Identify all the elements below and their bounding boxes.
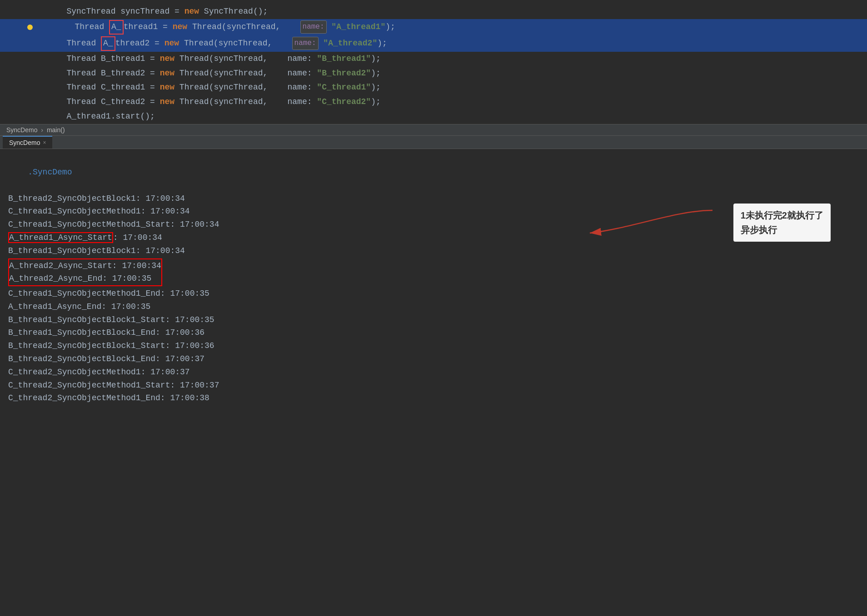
output-line-11: B_thread1_SyncObjectBlock1_End: 17:00:36	[8, 326, 859, 339]
code-text: Thread	[35, 21, 109, 34]
code-text	[319, 37, 324, 50]
keyword-new-5: new	[160, 67, 174, 80]
code-text: );	[371, 81, 381, 94]
code-text: Thread(syncThread, name:	[174, 81, 317, 94]
output-line-15: C_thread2_SyncObjectMethod1_Start: 17:00…	[8, 379, 859, 392]
code-text: );	[371, 96, 381, 109]
code-text: SyncThread syncThread =	[27, 5, 184, 18]
code-line-6: Thread C_thread1 = new Thread(syncThread…	[0, 80, 867, 95]
code-line-5: Thread B_thread2 = new Thread(syncThread…	[0, 66, 867, 81]
output-line-14: C_thread2_SyncObjectMethod1: 17:00:37	[8, 366, 859, 379]
redbox-a2: A_	[101, 36, 115, 51]
code-editor: SyncThread syncThread = new SyncThread()…	[0, 0, 867, 124]
breadcrumb-bar: SyncDemo › main()	[0, 124, 867, 136]
output-panel: .SyncDemo B_thread2_SyncObjectBlock1: 17…	[0, 149, 867, 414]
code-text: Thread B_thread2 =	[27, 67, 160, 80]
keyword-new: new	[184, 5, 199, 18]
output-line-5: B_thread1_SyncObjectBlock1: 17:00:34	[8, 244, 859, 258]
output-line-13: B_thread2_SyncObjectBlock1_End: 17:00:37	[8, 353, 859, 366]
string-c2: "C_thread2"	[317, 96, 371, 109]
keyword-new-7: new	[160, 96, 174, 109]
output-line-12: B_thread2_SyncObjectBlock1_Start: 17:00:…	[8, 339, 859, 353]
code-text: Thread B_thread1 =	[27, 53, 160, 65]
code-text: Thread	[27, 37, 101, 50]
code-text: );	[377, 37, 387, 50]
tab-bar: SyncDemo ×	[0, 136, 867, 149]
annotation-line1: 1未执行完2就执行了	[741, 208, 823, 223]
code-line-3: Thread A_thread2 = new Thread(syncThread…	[0, 35, 867, 52]
output-line-7: A_thread2_Async_End: 17:00:35	[9, 272, 161, 285]
keyword-new-3: new	[164, 37, 179, 50]
breadcrumb-separator: ›	[41, 126, 43, 134]
code-text: thread1 =	[124, 21, 173, 34]
breadcrumb-main: main()	[47, 126, 65, 134]
tab-syncdemo[interactable]: SyncDemo ×	[3, 136, 52, 149]
code-text: Thread C_thread1 =	[27, 81, 160, 94]
output-line-10: B_thread1_SyncObjectBlock1_Start: 17:00:…	[8, 313, 859, 327]
label-name-box-2: name:	[292, 37, 319, 50]
output-line-8: C_thread1_SyncObjectMethod1_End: 17:00:3…	[8, 287, 859, 300]
code-line-4: Thread B_thread1 = new Thread(syncThread…	[0, 52, 867, 66]
string-a1: "A_thread1"	[331, 21, 385, 34]
redbox-a: A_	[109, 20, 124, 35]
code-text: Thread(syncThread, name:	[174, 67, 317, 80]
code-line-1: SyncThread syncThread = new SyncThread()…	[0, 5, 867, 19]
output-header-text: .SyncDemo	[28, 168, 72, 177]
breakpoint-dot	[27, 25, 33, 30]
code-line-8: A_thread1.start();	[0, 109, 867, 124]
label-name-box: name:	[300, 20, 327, 34]
code-text: );	[385, 21, 395, 34]
output-line-9: A_thread1_Async_End: 17:00:35	[8, 300, 859, 313]
keyword-new-6: new	[160, 81, 174, 94]
output-line-2: C_thread1_SyncObjectMethod1: 17:00:34	[8, 205, 859, 218]
keyword-new-2: new	[173, 21, 187, 34]
code-text	[327, 21, 332, 34]
tab-label: SyncDemo	[9, 139, 40, 146]
string-a2: "A_thread2"	[323, 37, 377, 50]
annotation-line2: 异步执行	[741, 223, 823, 237]
code-line-2: Thread A_thread1 = new Thread(syncThread…	[0, 19, 867, 35]
code-text: A_thread1.start();	[27, 110, 155, 123]
string-c1: "C_thread1"	[317, 81, 371, 94]
output-header: .SyncDemo	[8, 153, 859, 192]
annotation-box: 1未执行完2就执行了 异步执行	[733, 204, 831, 242]
code-text: SyncThread();	[199, 5, 268, 18]
tab-close-button[interactable]: ×	[43, 139, 46, 146]
code-text: Thread C_thread2 =	[27, 96, 160, 109]
code-text: Thread(syncThread, name:	[174, 53, 317, 65]
code-text: Thread(syncThread,	[179, 37, 292, 50]
code-text: thread2 =	[115, 37, 164, 50]
code-text: Thread(syncThread, name:	[174, 96, 317, 109]
redbox-async-group: A_thread2_Async_Start: 17:00:34 A_thread…	[8, 258, 162, 287]
output-line-3: C_thread1_SyncObjectMethod1_Start: 17:00…	[8, 218, 859, 231]
code-line-7: Thread C_thread2 = new Thread(syncThread…	[0, 95, 867, 109]
code-text: );	[371, 67, 381, 80]
output-line-6: A_thread2_Async_Start: 17:00:34	[9, 259, 161, 273]
code-text: Thread(syncThread,	[187, 21, 300, 34]
keyword-new-4: new	[160, 53, 174, 65]
output-line-4: A_thread1_Async_Start: 17:00:34	[8, 231, 859, 244]
string-b1: "B_thread1"	[317, 53, 371, 65]
redbox-async-start: A_thread1_Async_Start	[8, 232, 113, 243]
output-line-16: C_thread2_SyncObjectMethod1_End: 17:00:3…	[8, 392, 859, 405]
output-line-1: B_thread2_SyncObjectBlock1: 17:00:34	[8, 192, 859, 205]
string-b2: "B_thread2"	[317, 67, 371, 80]
code-text: );	[371, 53, 381, 65]
breadcrumb-syncdemo: SyncDemo	[6, 126, 37, 134]
